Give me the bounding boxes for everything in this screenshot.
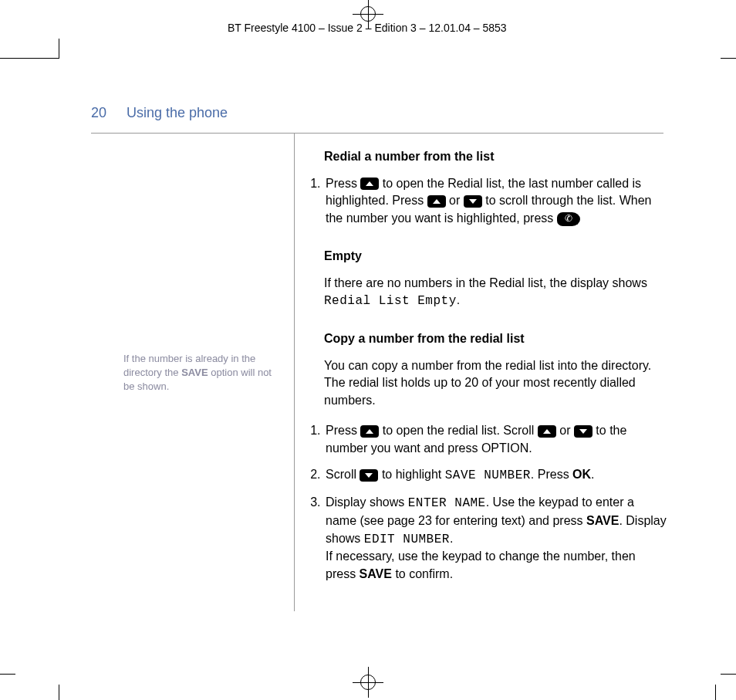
bold-save: SAVE bbox=[586, 514, 619, 527]
text: . bbox=[457, 293, 460, 306]
text: If there are no numbers in the Redial li… bbox=[324, 276, 647, 289]
crop-mark bbox=[0, 674, 15, 675]
section-title: Using the phone bbox=[127, 105, 228, 121]
redial-step-1: Press to open the Redial list, the last … bbox=[324, 175, 667, 228]
talk-icon bbox=[557, 212, 580, 226]
text: . bbox=[591, 468, 594, 481]
main-content: Redial a number from the list Press to o… bbox=[304, 148, 667, 604]
down-arrow-icon bbox=[360, 469, 378, 482]
manual-page: { "header": { "running_head": "BT Freest… bbox=[0, 0, 736, 700]
text: Press bbox=[326, 424, 360, 437]
heading-empty: Empty bbox=[324, 248, 667, 265]
text: to highlight bbox=[378, 468, 444, 481]
crop-mark bbox=[715, 685, 716, 700]
down-arrow-icon bbox=[574, 425, 593, 438]
divider-horizontal bbox=[91, 133, 663, 134]
crop-mark bbox=[59, 39, 59, 59]
running-head: BT Freestyle 4100 – Issue 2 – Edition 3 … bbox=[228, 22, 507, 34]
crop-mark bbox=[0, 58, 59, 59]
text: Display shows bbox=[326, 495, 408, 509]
crop-mark bbox=[721, 58, 736, 59]
registration-mark-bottom bbox=[357, 671, 379, 693]
text: . Press bbox=[531, 468, 572, 481]
down-arrow-icon bbox=[464, 195, 482, 208]
bold-save: SAVE bbox=[360, 567, 392, 580]
copy-intro: You can copy a number from the redial li… bbox=[324, 357, 667, 410]
up-arrow-icon bbox=[360, 425, 379, 438]
up-arrow-icon bbox=[360, 178, 379, 190]
divider-vertical bbox=[294, 133, 295, 611]
text: Scroll bbox=[326, 468, 360, 481]
lcd-text: ENTER NAME bbox=[408, 496, 486, 510]
margin-note-bold: SAVE bbox=[181, 367, 208, 378]
heading-redial: Redial a number from the list bbox=[324, 148, 667, 166]
copy-step-2: Scroll to highlight SAVE NUMBER. Press O… bbox=[324, 466, 667, 485]
crop-mark bbox=[721, 674, 736, 675]
lcd-text: Redial List Empty bbox=[324, 294, 457, 308]
up-arrow-icon bbox=[538, 425, 556, 438]
empty-body: If there are no numbers in the Redial li… bbox=[324, 275, 667, 310]
up-arrow-icon bbox=[427, 195, 446, 208]
text: or bbox=[446, 194, 464, 207]
text: to confirm. bbox=[392, 567, 453, 580]
page-number: 20 bbox=[91, 105, 106, 121]
margin-note: If the number is already in the director… bbox=[123, 352, 275, 394]
lcd-text: SAVE NUMBER bbox=[445, 468, 531, 482]
heading-copy: Copy a number from the redial list bbox=[324, 330, 667, 348]
copy-step-3: Display shows ENTER NAME. Use the keypad… bbox=[324, 494, 667, 583]
copy-step-1: Press to open the redial list. Scroll or… bbox=[324, 422, 667, 457]
section-empty: Empty If there are no numbers in the Red… bbox=[324, 248, 667, 310]
text: or bbox=[556, 424, 574, 437]
section-copy: Copy a number from the redial list You c… bbox=[304, 330, 667, 583]
text: to open the redial list. Scroll bbox=[379, 424, 537, 437]
section-redial: Redial a number from the list Press to o… bbox=[304, 148, 667, 228]
text: Press bbox=[326, 177, 360, 190]
lcd-text: EDIT NUMBER bbox=[364, 533, 450, 546]
bold-ok: OK bbox=[572, 468, 591, 481]
text: . bbox=[450, 532, 453, 545]
crop-mark bbox=[59, 685, 59, 700]
